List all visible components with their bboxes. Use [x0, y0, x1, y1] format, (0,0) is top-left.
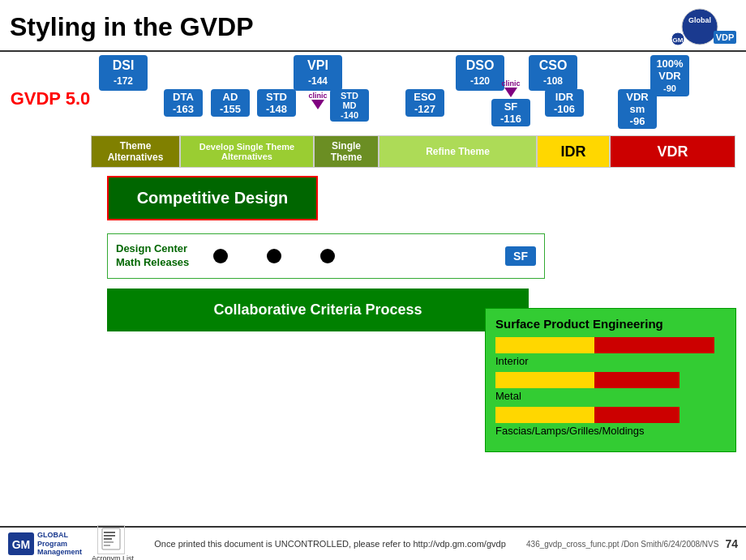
spe-interior-yellow — [495, 337, 594, 353]
badge-ad: AD-155 — [211, 89, 250, 117]
badge-idr: IDR-106 — [545, 89, 584, 117]
spe-metal-red — [594, 372, 680, 388]
svg-rect-9 — [104, 532, 115, 533]
phase-develop-single: Develop Single Theme Alternatives — [180, 135, 314, 168]
logo: Global VDP GM — [671, 6, 736, 47]
svg-rect-12 — [104, 541, 114, 543]
spe-fascias-label: Fascias/Lamps/Grilles/Moldings — [495, 425, 726, 437]
badge-dsi: DSI-172 — [99, 55, 148, 91]
page-title: Styling in the GVDP — [10, 12, 253, 42]
phase-bar: Theme Alternatives Develop Single Theme … — [91, 135, 736, 168]
svg-rect-10 — [104, 535, 115, 536]
spe-interior-red — [594, 337, 714, 353]
phase-theme-alt: Theme Alternatives — [91, 135, 180, 168]
dot-3 — [320, 249, 335, 263]
footer-filename: 436_gvdp_cross_func.ppt /Don Smith/6/24/… — [526, 540, 718, 549]
svg-rect-11 — [104, 538, 112, 540]
spe-interior-label: Interior — [495, 355, 726, 367]
design-center-row: Design CenterMath Releases SF — [107, 233, 545, 279]
spe-metal-yellow — [495, 372, 594, 388]
design-center-label: Design CenterMath Releases — [116, 242, 197, 270]
spe-bar-interior: Interior — [495, 337, 726, 367]
badge-sf: clinic SF-116 — [491, 79, 530, 126]
svg-text:VDP: VDP — [716, 32, 735, 42]
spe-bar-metal: Metal — [495, 372, 726, 402]
sf-design-badge: SF — [505, 246, 536, 266]
collab-criteria-box: Collaborative Criteria Process — [107, 289, 529, 331]
phase-idr: IDR — [537, 135, 610, 168]
badge-cso: CSO-108 — [529, 55, 577, 91]
program-mgmt-label: GLOBALProgramManagement — [37, 531, 82, 557]
phase-vdr: VDR — [610, 135, 735, 168]
badge-vdr-sm: VDRsm-96 — [618, 89, 657, 129]
spe-bar-fascias-bar — [495, 407, 726, 423]
svg-text:GM: GM — [12, 538, 31, 551]
spe-bar-metal-bar — [495, 372, 726, 388]
spe-box: Surface Product Engineering Interior Met… — [485, 308, 736, 452]
svg-text:GM: GM — [673, 36, 684, 44]
phase-refine-theme: Refine Theme — [379, 135, 537, 168]
footer-logo: GM GLOBALProgramManagement Acronym List — [8, 525, 134, 560]
badge-std-md: STDMD-140 — [330, 89, 369, 122]
acronym-doc-icon — [97, 525, 125, 554]
main-content: GVDP 5.0 DSI-172 VPI-144 clinic DSO-120 … — [0, 55, 746, 331]
spe-metal-label: Metal — [495, 390, 726, 402]
acronym-list-label[interactable]: Acronym List — [92, 554, 134, 560]
spe-bar-fascias: Fascias/Lamps/Grilles/Moldings — [495, 407, 726, 437]
gm-logo-icon: GM — [8, 532, 34, 555]
footer-disclaimer: Once printed this document is UNCONTROLL… — [134, 539, 526, 549]
badge-eso: ESO-127 — [405, 89, 444, 117]
competitive-design-box: Competitive Design — [107, 176, 318, 220]
spe-fascias-red — [594, 407, 680, 423]
gvdp-version-label: GVDP 5.0 — [10, 88, 91, 109]
spe-bar-interior-bar — [495, 337, 726, 353]
svg-text:Global: Global — [688, 16, 711, 24]
badge-dta: DTA-163 — [164, 89, 203, 117]
footer-page-number: 74 — [725, 537, 738, 550]
footer: GM GLOBALProgramManagement Acronym List … — [0, 526, 746, 560]
dot-2 — [267, 249, 281, 263]
svg-point-0 — [682, 9, 718, 45]
badge-std: STD-148 — [257, 89, 296, 117]
dot-1 — [213, 249, 228, 263]
design-center-dots — [213, 249, 335, 263]
svg-rect-13 — [104, 545, 110, 546]
phase-single-theme: Single Theme — [314, 135, 379, 168]
header: Styling in the GVDP Global VDP GM — [0, 0, 746, 52]
spe-fascias-yellow — [495, 407, 594, 423]
document-icon — [101, 528, 121, 550]
spe-title: Surface Product Engineering — [495, 317, 726, 331]
acronym-icon-area: Acronym List — [92, 525, 134, 560]
